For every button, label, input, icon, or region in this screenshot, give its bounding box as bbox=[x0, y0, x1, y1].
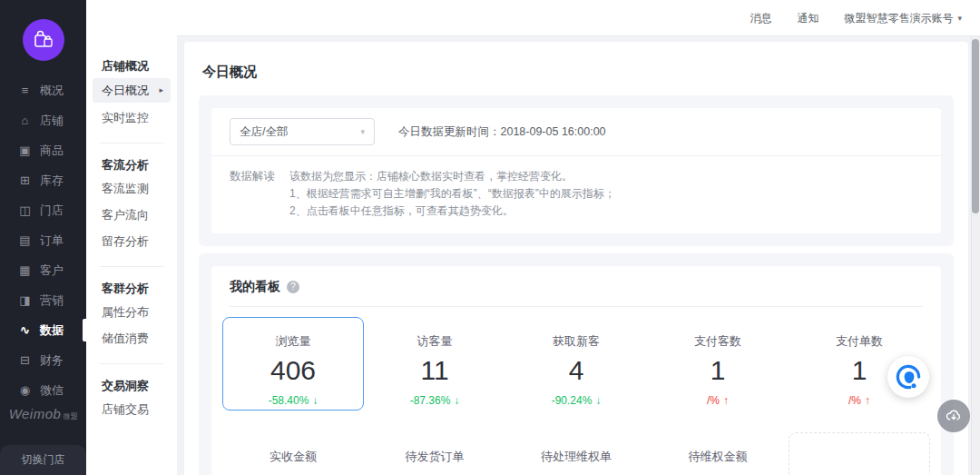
change-text: -58.40% bbox=[269, 394, 309, 407]
metric-card-pending-disputes[interactable]: 待处理维权单 0 /%↑ bbox=[505, 432, 647, 475]
submenu-item-traffic-monitor[interactable]: 客流监测 bbox=[86, 175, 177, 202]
submenu-item-retention[interactable]: 留存分析 bbox=[86, 228, 177, 254]
change-text: /% bbox=[707, 394, 720, 407]
dashboard-panel: 我的看板 ? 浏览量 406 -58.40%↓ 访客量 11 -87.36%↓ bbox=[199, 253, 954, 475]
submenu-label: 今日概况 bbox=[102, 78, 149, 103]
board-header: 我的看板 ? bbox=[211, 266, 941, 306]
metric-label: 浏览量 bbox=[223, 333, 363, 350]
panel-gap bbox=[184, 246, 968, 253]
main-area: 今日概况 全店/全部 ▾ 今日数据更新时间：2018-09-05 16:00:0… bbox=[177, 36, 980, 475]
chevron-down-icon: ▾ bbox=[957, 14, 962, 23]
change-text: /% bbox=[848, 394, 861, 407]
submenu-item-customer-flow[interactable]: 客户流向 bbox=[86, 202, 177, 228]
switch-store-button[interactable]: 切换门店 bbox=[0, 445, 86, 475]
chevron-right-icon: ▸ bbox=[159, 78, 163, 103]
insight-line: 1、根据经营需求可自主增删“我的看板”、“数据报表”中的展示指标； bbox=[289, 185, 615, 203]
page-title: 今日概况 bbox=[184, 42, 968, 95]
nav-label: 商品 bbox=[40, 143, 64, 159]
submenu-item-realtime-monitor[interactable]: 实时监控 bbox=[86, 104, 177, 131]
notifications-link[interactable]: 通知 bbox=[797, 11, 818, 26]
metric-value: 1 bbox=[648, 355, 788, 386]
customer-service-button[interactable] bbox=[887, 356, 929, 398]
nav-item-goods[interactable]: ▣商品 bbox=[0, 135, 86, 165]
metric-card-visitors[interactable]: 访客量 11 -87.36%↓ bbox=[364, 317, 505, 411]
add-metric-card[interactable]: + bbox=[789, 432, 930, 475]
topbar-divider bbox=[177, 35, 980, 36]
metric-card-pageviews[interactable]: 浏览量 406 -58.40%↓ bbox=[222, 317, 364, 411]
submenu-group-title: 客流分析 bbox=[86, 155, 177, 175]
nav-item-outlets[interactable]: ◫门店 bbox=[0, 195, 86, 225]
change-text: -90.24% bbox=[552, 394, 593, 407]
trend-arrow-icon: ↓ bbox=[595, 394, 601, 407]
wechat-icon: ◉ bbox=[18, 383, 32, 397]
nav-item-overview[interactable]: ≡概况 bbox=[0, 75, 86, 105]
insight-line: 2、点击看板中任意指标，可查看其趋势变化。 bbox=[289, 203, 615, 220]
divider bbox=[100, 143, 163, 143]
nav-item-orders[interactable]: ▤订单 bbox=[0, 225, 86, 255]
metric-label: 访客量 bbox=[365, 333, 505, 350]
metric-label: 待处理维权单 bbox=[506, 449, 646, 465]
nav-item-store[interactable]: ⌂店铺 bbox=[0, 105, 86, 135]
nav-label: 店铺 bbox=[40, 113, 64, 129]
customer-icon: ▦ bbox=[18, 263, 32, 277]
scrollbar-track[interactable] bbox=[971, 36, 980, 475]
submenu-group-title: 客群分析 bbox=[86, 279, 177, 299]
divider bbox=[100, 363, 163, 364]
metric-label: 待发货订单 bbox=[365, 449, 505, 465]
brand-en: Weimob bbox=[9, 406, 62, 421]
scrollbar-thumb[interactable] bbox=[972, 39, 979, 213]
trend-arrow-icon: ↓ bbox=[454, 394, 459, 407]
metric-label: 实收金额 bbox=[223, 449, 363, 465]
cloud-download-button[interactable] bbox=[937, 400, 970, 432]
data-icon: ∿ bbox=[18, 323, 32, 337]
nav-label: 概况 bbox=[40, 83, 64, 99]
nav-item-data[interactable]: ∿数据 bbox=[0, 315, 86, 345]
primary-nav: ≡概况 ⌂店铺 ▣商品 ⊞库存 ◫门店 ▤订单 ▦客户 ◨营销 ∿数据 ⊟财务 … bbox=[0, 75, 86, 435]
metric-card-new-customers[interactable]: 获取新客 4 -90.24%↓ bbox=[505, 317, 647, 411]
submenu-item-stored-value[interactable]: 储值消费 bbox=[86, 325, 177, 351]
store-icon: ⌂ bbox=[18, 114, 32, 127]
outlet-icon: ◫ bbox=[18, 203, 32, 217]
metric-card-received-amount[interactable]: 实收金额 0.01 0.00%↓ bbox=[222, 432, 364, 475]
nav-label: 营销 bbox=[40, 292, 64, 309]
primary-sidebar: ≡概况 ⌂店铺 ▣商品 ⊞库存 ◫门店 ▤订单 ▦客户 ◨营销 ∿数据 ⊟财务 … bbox=[0, 0, 86, 475]
nav-item-customers[interactable]: ▦客户 bbox=[0, 255, 86, 285]
insight-block: 数据解读 该数据为您显示：店铺核心数据实时查看，掌控经营变化。 1、根据经营需求… bbox=[211, 156, 941, 233]
messages-link[interactable]: 消息 bbox=[750, 11, 771, 26]
metric-label: 待维权金额 bbox=[648, 449, 788, 465]
main-card: 今日概况 全店/全部 ▾ 今日数据更新时间：2018-09-05 16:00:0… bbox=[184, 42, 968, 475]
metric-value: 0 bbox=[506, 470, 646, 475]
account-name: 微盟智慧零售演示账号 bbox=[844, 11, 953, 26]
board-title: 我的看板 bbox=[230, 279, 280, 295]
nav-label: 订单 bbox=[40, 233, 64, 249]
submenu-item-today-overview[interactable]: 今日概况 ▸ bbox=[93, 78, 171, 103]
weimob-logo[interactable] bbox=[23, 19, 64, 61]
nav-item-finance[interactable]: ⊟财务 bbox=[0, 345, 86, 375]
cloud-download-icon bbox=[945, 407, 963, 425]
metric-value: 0 bbox=[365, 470, 505, 475]
store-scope-select[interactable]: 全店/全部 ▾ bbox=[230, 118, 375, 145]
trend-arrow-icon: ↑ bbox=[865, 394, 870, 407]
submenu-item-attribute-dist[interactable]: 属性分布 bbox=[86, 299, 177, 325]
metric-label: 支付单数 bbox=[789, 333, 929, 350]
nav-item-marketing[interactable]: ◨营销 bbox=[0, 285, 86, 315]
account-menu[interactable]: 微盟智慧零售演示账号 ▾ bbox=[844, 11, 962, 26]
select-value: 全店/全部 bbox=[240, 124, 288, 140]
change-text: -87.36% bbox=[410, 394, 451, 407]
metric-value: 406 bbox=[223, 355, 363, 386]
metric-label: 支付客数 bbox=[648, 333, 788, 350]
metric-value: 4 bbox=[506, 355, 646, 386]
nav-item-inventory[interactable]: ⊞库存 bbox=[0, 165, 86, 195]
insight-line: 该数据为您显示：店铺核心数据实时查看，掌控经营变化。 bbox=[289, 168, 615, 185]
filter-insight-panel: 全店/全部 ▾ 今日数据更新时间：2018-09-05 16:00:00 数据解… bbox=[199, 95, 954, 246]
metric-card-dispute-amount[interactable]: 待维权金额 0.00 0.00%↓ bbox=[647, 432, 789, 475]
submenu-item-store-trade[interactable]: 店铺交易 bbox=[86, 396, 177, 422]
nav-label: 库存 bbox=[40, 173, 64, 189]
order-icon: ▤ bbox=[18, 233, 32, 247]
chevron-down-icon: ▾ bbox=[360, 127, 365, 136]
metric-change: -90.24%↓ bbox=[506, 394, 646, 407]
metric-card-pending-shipments[interactable]: 待发货订单 0 /%↑ bbox=[364, 432, 505, 475]
trend-arrow-icon: ↑ bbox=[723, 394, 729, 407]
metric-card-paying-customers[interactable]: 支付客数 1 /%↑ bbox=[647, 317, 789, 411]
help-icon[interactable]: ? bbox=[287, 281, 299, 293]
